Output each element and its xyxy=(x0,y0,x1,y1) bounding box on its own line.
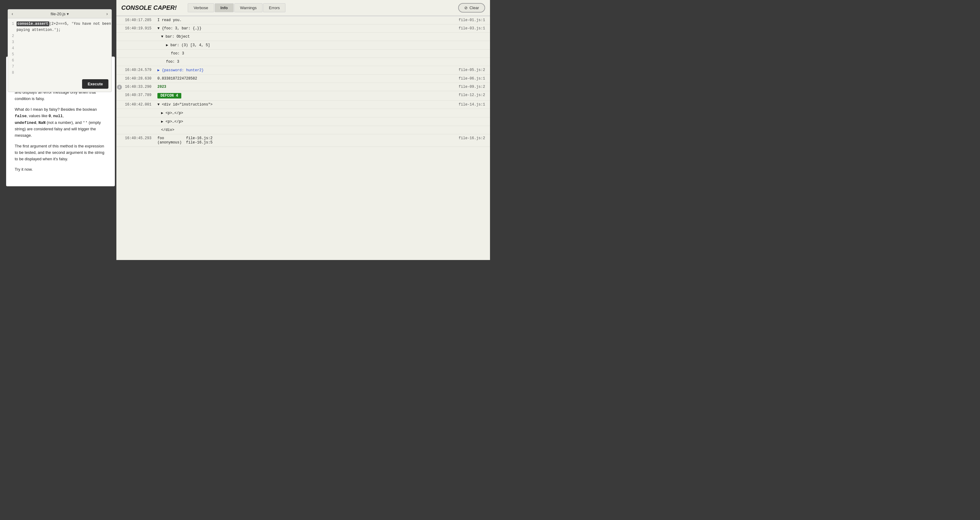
row-timestamp-foo-3b xyxy=(123,59,156,60)
console-panel: CONSOLE CAPER! Verbose Info Warnings Err… xyxy=(116,0,490,260)
row-file-1: file-01.js:1 xyxy=(453,17,490,23)
clear-icon: ⊘ xyxy=(464,5,468,10)
console-title: CONSOLE CAPER! xyxy=(121,4,177,11)
row-timestamp-bar-arr xyxy=(123,42,156,43)
line-content-3 xyxy=(16,39,111,45)
info-circle-icon: i xyxy=(117,85,122,90)
row-file-bar-obj xyxy=(453,34,490,35)
row-icon-bar-obj xyxy=(116,34,123,35)
row-timestamp-stack: 16:40:45.293 xyxy=(123,135,156,141)
console-row-defcon: 16:40:37.789 DEFCON 4 file-12.js:2 xyxy=(116,91,490,101)
row-content-closediv: </div> xyxy=(156,127,453,133)
comma2: , xyxy=(63,114,64,118)
row-content-1: I read you. xyxy=(156,17,453,23)
row-file-random: file-06.js:1 xyxy=(453,76,490,81)
line-number-3: 3 xyxy=(8,39,16,45)
line-number-7: 7 xyxy=(8,63,16,70)
line-content-1: console.assert(2+2===5, 'You have not be… xyxy=(16,21,111,33)
row-content-stack: foo file-16.js:2 (anonymous) file-16.js:… xyxy=(156,135,453,145)
row-content-p1: ▶ <p>…</p> xyxy=(156,110,453,116)
editor-container: ‹ file-20.js ▾ › 1 console.assert(2+2===… xyxy=(8,9,112,92)
row-content-bar-arr: ▶ bar: (3) [3, 4, 5] xyxy=(156,42,453,48)
row-file-password: file-05.js:2 xyxy=(453,67,490,73)
line-content-4 xyxy=(16,45,111,51)
line-number-1: 1 xyxy=(8,21,16,33)
row-file-bar-arr xyxy=(453,42,490,43)
row-timestamp-bar-obj xyxy=(123,34,156,35)
row-content-defcon: DEFCON 4 xyxy=(156,92,453,99)
left-panel: ‹ file-20.js ▾ › 1 console.assert(2+2===… xyxy=(0,0,116,260)
editor-body: 1 console.assert(2+2===5, 'You have not … xyxy=(8,18,111,78)
line-content-8 xyxy=(16,70,111,76)
row-icon-password xyxy=(116,67,123,68)
line-number-8: 8 xyxy=(8,70,16,76)
console-header: CONSOLE CAPER! Verbose Info Warnings Err… xyxy=(116,0,490,16)
line-content-5 xyxy=(16,51,111,57)
line-content-2 xyxy=(16,33,111,39)
editor-tab-title: file-20.js ▾ xyxy=(51,12,68,16)
defcon-badge: DEFCON 4 xyxy=(158,93,181,98)
row-file-div: file-14.js:1 xyxy=(453,102,490,107)
try-paragraph: Try it now. xyxy=(15,166,106,173)
row-file-closediv xyxy=(453,127,490,128)
console-row-stack: 16:40:45.293 foo file-16.js:2 (anonymous… xyxy=(116,134,490,147)
code-line-7: 7 xyxy=(8,63,111,70)
row-file-2: file-03.js:1 xyxy=(453,26,490,31)
row-icon-2023: i xyxy=(116,84,123,90)
line-number-2: 2 xyxy=(8,33,16,39)
code-line-5: 5 xyxy=(8,51,111,57)
console-row-closediv: </div> xyxy=(116,126,490,134)
tab-info[interactable]: Info xyxy=(215,3,234,12)
false-keyword: false xyxy=(15,114,27,118)
code-line-1: 1 console.assert(2+2===5, 'You have not … xyxy=(8,21,111,33)
tab-errors[interactable]: Errors xyxy=(263,3,285,12)
undefined-keyword: undefined xyxy=(15,120,36,125)
editor-tab-bar: ‹ file-20.js ▾ › xyxy=(8,10,111,18)
row-content-foo-3a: foo: 3 xyxy=(156,51,453,56)
falsy-mid2: (not a number), and xyxy=(46,120,83,125)
row-file-p1 xyxy=(453,110,490,111)
row-timestamp-foo-3a xyxy=(123,51,156,52)
row-content-random: 0.8338187224728582 xyxy=(156,76,453,81)
row-timestamp-div: 16:40:42.001 xyxy=(123,102,156,107)
falsy-mid: , values like xyxy=(27,114,49,118)
row-icon-2 xyxy=(116,26,123,26)
console-row-foo-3b: foo: 3 xyxy=(116,58,490,66)
console-row-bar-arr: ▶ bar: (3) [3, 4, 5] xyxy=(116,41,490,49)
code-line-2: 2 xyxy=(8,33,111,39)
tab-warnings[interactable]: Warnings xyxy=(234,3,262,12)
console-row-random: 16:40:28.630 0.8338187224728582 file-06.… xyxy=(116,75,490,83)
line-content-6 xyxy=(16,57,111,63)
row-icon-stack xyxy=(116,135,123,136)
row-content-div: ▼ <div id="instructions"> xyxy=(156,102,453,107)
row-timestamp-2: 16:40:19.915 xyxy=(123,26,156,31)
tab-verbose[interactable]: Verbose xyxy=(188,3,214,12)
console-row-p1: ▶ <p>…</p> xyxy=(116,109,490,117)
row-file-foo-3b xyxy=(453,59,490,60)
row-timestamp-p1 xyxy=(123,110,156,111)
comma1: , xyxy=(51,114,53,118)
execute-button[interactable]: Execute xyxy=(82,79,108,89)
next-file-button[interactable]: › xyxy=(106,11,108,16)
row-icon-p1 xyxy=(116,110,123,111)
console-tabs: Verbose Info Warnings Errors xyxy=(188,3,285,12)
null-keyword: null xyxy=(53,114,63,118)
line-content-7 xyxy=(16,63,111,70)
row-timestamp-password: 16:40:24.579 xyxy=(123,67,156,73)
row-timestamp-closediv xyxy=(123,127,156,128)
row-file-p2 xyxy=(453,119,490,120)
row-content-password: ▶ {password: hunter2} xyxy=(156,67,453,73)
falsy-prefix: What do I mean by falsy? Besides the boo… xyxy=(15,107,97,112)
row-timestamp-defcon: 16:40:37.789 xyxy=(123,92,156,98)
empty-string-keyword: '' xyxy=(83,120,88,125)
row-icon-div xyxy=(116,102,123,103)
row-icon-random xyxy=(116,76,123,76)
clear-button[interactable]: ⊘ Clear xyxy=(458,3,485,13)
row-icon-foo-3b xyxy=(116,59,123,60)
console-row-div: 16:40:42.001 ▼ <div id="instructions"> f… xyxy=(116,101,490,109)
prev-file-button[interactable]: ‹ xyxy=(12,11,13,16)
stack-line-2: (anonymous) file-16.js:5 xyxy=(158,140,452,145)
console-row-2023: i 16:40:33.290 2023 file-09.js:2 xyxy=(116,83,490,91)
console-row-foo-3a: foo: 3 xyxy=(116,49,490,58)
console-row-bar-obj: ▼ bar: Object xyxy=(116,33,490,41)
